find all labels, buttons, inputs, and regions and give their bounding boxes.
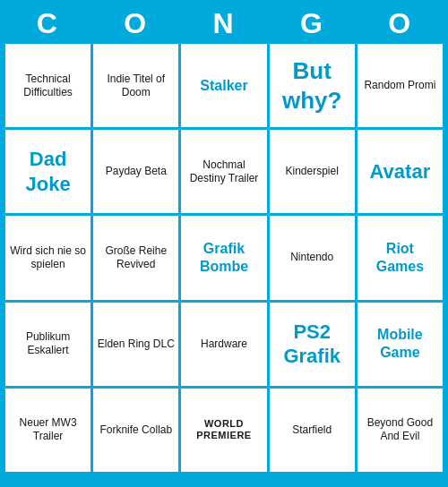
- bingo-cell: Große Reihe Revived: [93, 216, 178, 299]
- bingo-cell: Avatar: [358, 130, 443, 213]
- header-letter: G: [271, 7, 352, 40]
- bingo-cell: Dad Joke: [5, 130, 90, 213]
- bingo-cell: Beyond Good And Evil: [358, 389, 443, 472]
- bingo-cell: Stalker: [181, 44, 266, 127]
- bingo-cell: Grafik Bombe: [181, 216, 266, 299]
- bingo-cell: Random Promi: [358, 44, 443, 127]
- bingo-cell: Neuer MW3 Trailer: [5, 389, 90, 472]
- bingo-cell: Indie Titel of Doom: [93, 44, 178, 127]
- header-letter: C: [7, 7, 88, 40]
- bingo-cell: Starfield: [270, 389, 355, 472]
- bingo-cell: Payday Beta: [93, 130, 178, 213]
- bingo-cell: WORLD PREMIERE: [181, 389, 266, 472]
- bingo-grid: Technical DifficultiesIndie Titel of Doo…: [5, 44, 443, 472]
- bingo-cell: Publikum Eskaliert: [5, 303, 90, 386]
- bingo-cell: But why?: [270, 44, 355, 127]
- bingo-cell: Mobile Game: [358, 303, 443, 386]
- bingo-cell: Wird sich nie so spielen: [5, 216, 90, 299]
- bingo-cell: PS2 Grafik: [270, 303, 355, 386]
- bingo-cell: Riot Games: [358, 216, 443, 299]
- bingo-cell: Technical Difficulties: [5, 44, 90, 127]
- bingo-cell: Kinderspiel: [270, 130, 355, 213]
- bingo-cell: Hardware: [181, 303, 266, 386]
- bingo-cell: Forknife Collab: [93, 389, 178, 472]
- header-letter: O: [96, 7, 177, 40]
- bingo-cell: Nintendo: [270, 216, 355, 299]
- header-letter: N: [184, 7, 264, 40]
- header-letter: O: [360, 7, 441, 40]
- bingo-header: CONGO: [0, 0, 448, 44]
- bingo-cell: Elden Ring DLC: [93, 303, 178, 386]
- bingo-cell: Nochmal Destiny Trailer: [181, 130, 266, 213]
